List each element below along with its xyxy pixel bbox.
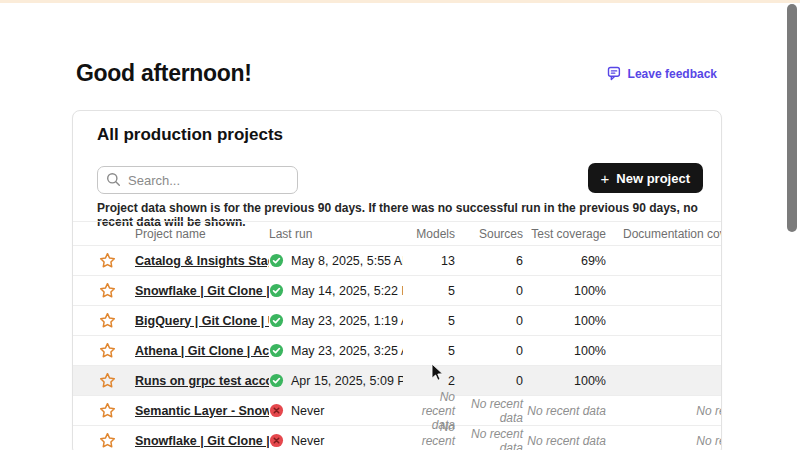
project-name-cell: Semantic Layer - Snowflake [135, 404, 269, 418]
last-run-text: Never [291, 434, 324, 448]
last-run-cell: May 23, 2025, 1:19 AM BST [269, 313, 403, 328]
card-title: All production projects [97, 125, 283, 145]
favorite-cell[interactable] [99, 432, 135, 449]
last-run-text: May 14, 2025, 5:22 PM BST [291, 284, 403, 298]
documentation-coverage-cell: No recent data [606, 434, 722, 448]
projects-table: Project name Last run Models Sources Tes… [73, 221, 722, 450]
favorite-cell[interactable] [99, 342, 135, 359]
project-name-link[interactable]: Catalog & Insights Staging... [135, 254, 269, 268]
column-header-models: Models [403, 227, 455, 241]
test-coverage-cell: 69% [523, 254, 606, 268]
sources-cell: 0 [455, 314, 523, 328]
project-rows: Catalog & Insights Staging...May 8, 2025… [73, 246, 722, 450]
last-run-cell: May 14, 2025, 5:22 PM BST [269, 283, 403, 298]
new-project-button[interactable]: + New project [588, 163, 703, 193]
documentation-coverage-cell: No recent data [606, 404, 722, 418]
star-icon[interactable] [99, 282, 116, 299]
leave-feedback-link[interactable]: Leave feedback [607, 66, 717, 81]
table-row[interactable]: Snowflake | Git Clone | Use...May 14, 20… [73, 276, 722, 306]
models-cell: 5 [403, 284, 455, 298]
last-run-text: May 23, 2025, 1:19 AM BST [291, 314, 403, 328]
last-run-cell: Never [269, 433, 403, 448]
project-name-link[interactable]: Runs on grpc test account [135, 374, 269, 388]
last-run-text: May 23, 2025, 3:25 AM BST [291, 344, 403, 358]
table-row[interactable]: Catalog & Insights Staging...May 8, 2025… [73, 246, 722, 276]
table-row[interactable]: Athena | Git Clone | Acces...May 23, 202… [73, 336, 722, 366]
column-header-sources: Sources [455, 227, 523, 241]
test-coverage-cell: No recent data [523, 404, 606, 418]
favorite-cell[interactable] [99, 282, 135, 299]
search-icon [106, 172, 121, 187]
search-field [97, 166, 298, 194]
error-status-icon [269, 403, 284, 418]
success-status-icon [269, 253, 284, 268]
project-name-cell: Catalog & Insights Staging... [135, 254, 269, 268]
models-cell: 2 [403, 374, 455, 388]
models-cell: 5 [403, 344, 455, 358]
column-header-last-run: Last run [269, 227, 403, 241]
new-project-label: New project [616, 171, 690, 186]
favorite-cell[interactable] [99, 312, 135, 329]
test-coverage-cell: 100% [523, 314, 606, 328]
models-cell: 13 [403, 254, 455, 268]
test-coverage-cell: No recent data [523, 434, 606, 448]
models-cell: No recent data [403, 420, 455, 450]
sources-cell: 6 [455, 254, 523, 268]
page-scrollbar-thumb[interactable] [787, 4, 797, 232]
success-status-icon [269, 283, 284, 298]
success-status-icon [269, 373, 284, 388]
favorite-cell[interactable] [99, 402, 135, 419]
production-projects-card: All production projects + New project Pr… [72, 110, 722, 450]
success-status-icon [269, 313, 284, 328]
last-run-text: May 8, 2025, 5:55 AM BST [291, 254, 403, 268]
star-icon[interactable] [99, 342, 116, 359]
models-cell: 5 [403, 314, 455, 328]
project-name-link[interactable]: BigQuery | Git Clone | User... [135, 314, 269, 328]
last-run-text: Never [291, 404, 324, 418]
last-run-text: Apr 15, 2025, 5:09 PM BST [291, 374, 403, 388]
leave-feedback-label: Leave feedback [628, 67, 717, 81]
page-title: Good afternoon! [76, 60, 252, 87]
sources-cell: No recent data [455, 427, 523, 450]
project-name-cell: Snowflake | Git Clone | Use... [135, 284, 269, 298]
column-header-documentation-coverage: Documentation coverage [606, 227, 722, 241]
error-status-icon [269, 433, 284, 448]
sources-cell: No recent data [455, 397, 523, 425]
project-name-cell: BigQuery | Git Clone | User... [135, 314, 269, 328]
last-run-cell: May 8, 2025, 5:55 AM BST [269, 253, 403, 268]
last-run-cell: May 23, 2025, 3:25 AM BST [269, 343, 403, 358]
table-row[interactable]: Semantic Layer - SnowflakeNeverNo recent… [73, 396, 722, 426]
star-icon[interactable] [99, 312, 116, 329]
project-name-link[interactable]: Athena | Git Clone | Acces... [135, 344, 269, 358]
column-header-project-name: Project name [135, 227, 269, 241]
sources-cell: 0 [455, 284, 523, 298]
star-icon[interactable] [99, 432, 116, 449]
favorite-cell[interactable] [99, 372, 135, 389]
success-status-icon [269, 343, 284, 358]
project-name-link[interactable]: Snowflake | Git Clone | Use... [135, 284, 269, 298]
star-icon[interactable] [99, 372, 116, 389]
star-icon[interactable] [99, 402, 116, 419]
sources-cell: 0 [455, 344, 523, 358]
star-icon[interactable] [99, 252, 116, 269]
last-run-cell: Apr 15, 2025, 5:09 PM BST [269, 373, 403, 388]
plus-icon: + [601, 171, 610, 186]
table-row[interactable]: Runs on grpc test accountApr 15, 2025, 5… [73, 366, 722, 396]
last-run-cell: Never [269, 403, 403, 418]
project-name-cell: Runs on grpc test account [135, 374, 269, 388]
project-name-cell: Snowflake | Git Clone | Key... [135, 434, 269, 448]
table-row[interactable]: Snowflake | Git Clone | Key...NeverNo re… [73, 426, 722, 450]
favorite-cell[interactable] [99, 252, 135, 269]
feedback-bubble-icon [607, 66, 622, 81]
search-input[interactable] [97, 166, 298, 194]
dashboard-page: { "header": { "greeting": "Good afternoo… [0, 0, 800, 450]
test-coverage-cell: 100% [523, 374, 606, 388]
table-header-row: Project name Last run Models Sources Tes… [73, 221, 722, 246]
sources-cell: 0 [455, 374, 523, 388]
test-coverage-cell: 100% [523, 344, 606, 358]
project-name-link[interactable]: Snowflake | Git Clone | Key... [135, 434, 269, 448]
test-coverage-cell: 100% [523, 284, 606, 298]
column-header-test-coverage: Test coverage [523, 227, 606, 241]
table-row[interactable]: BigQuery | Git Clone | User...May 23, 20… [73, 306, 722, 336]
project-name-link[interactable]: Semantic Layer - Snowflake [135, 404, 269, 418]
